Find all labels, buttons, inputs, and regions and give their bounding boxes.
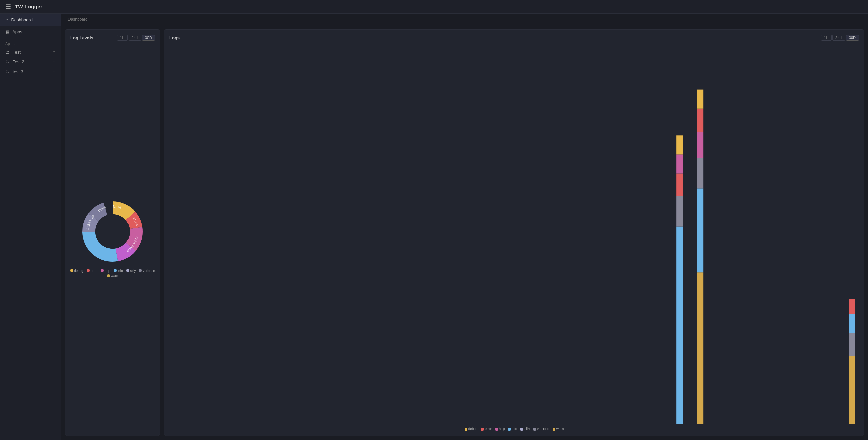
legend-dot-debug <box>70 269 73 272</box>
sidebar-dashboard-label: Dashboard <box>11 17 33 22</box>
legend-debug: debug <box>70 269 83 273</box>
log-levels-1h-btn[interactable]: 1H <box>117 35 128 41</box>
legend-http: http <box>101 269 111 273</box>
legend-dot-verbose <box>139 269 142 272</box>
bar-legend-warn: warn <box>553 427 564 431</box>
logs-title: Logs <box>169 35 180 40</box>
log-levels-30d-btn[interactable]: 30D <box>142 35 155 41</box>
legend-label-http: http <box>105 269 111 273</box>
legend-dot-silly <box>126 269 129 272</box>
legend-label-warn: warn <box>111 274 118 278</box>
svg-rect-53 <box>697 272 703 424</box>
bar-legend-error: error <box>481 427 492 431</box>
folder-icon-test3: 🗂 <box>5 69 10 74</box>
bar-legend-dot-error <box>481 428 484 431</box>
logs-header: Logs 1H 24H 30D <box>169 35 859 41</box>
svg-point-7 <box>95 214 130 249</box>
svg-rect-52 <box>676 135 683 154</box>
svg-rect-57 <box>697 109 703 132</box>
main-content: Dashboard Log Levels 1H 24H 30D <box>61 14 868 440</box>
legend-dot-warn <box>107 274 110 277</box>
logs-30d-btn[interactable]: 30D <box>846 35 859 41</box>
sidebar-section-apps: Apps <box>0 38 61 47</box>
bar-legend-debug: debug <box>465 427 478 431</box>
bar-legend-dot-debug <box>465 428 467 431</box>
logs-1h-btn[interactable]: 1H <box>821 35 832 41</box>
bar-chart-legend: debug error http info <box>169 427 859 431</box>
legend-label-debug: debug <box>74 269 83 273</box>
apps-icon: ▦ <box>5 29 9 34</box>
menu-icon[interactable]: ☰ <box>5 3 11 11</box>
sidebar-item-dashboard[interactable]: ⌂ Dashboard <box>0 14 61 26</box>
sidebar-item-test2[interactable]: 🗂 Test 2 ⌃ <box>0 57 61 67</box>
bar-legend-dot-warn <box>553 428 555 431</box>
legend-info: info <box>114 269 123 273</box>
bar-legend-info: info <box>508 427 517 431</box>
legend-label-verbose: verbose <box>143 269 155 273</box>
legend-error: error <box>87 269 98 273</box>
app-title: TW Logger <box>15 4 42 9</box>
breadcrumb: Dashboard <box>61 14 868 25</box>
bar-legend-dot-info <box>508 428 511 431</box>
logs-24h-btn[interactable]: 24H <box>832 35 845 41</box>
legend-verbose: verbose <box>139 269 155 273</box>
legend-label-info: info <box>118 269 123 273</box>
layout: ⌂ Dashboard ▦ Apps Apps 🗂 Test ⌃ 🗂 Test … <box>0 14 868 440</box>
bar-chart-canvas <box>169 44 859 424</box>
bar-legend-dot-silly <box>520 428 523 431</box>
svg-rect-55 <box>697 158 703 189</box>
svg-rect-61 <box>849 314 855 333</box>
sidebar-apps-label: Apps <box>12 29 22 34</box>
legend-warn: warn <box>107 274 118 278</box>
donut-chart: 13.5% 9.1% 13.5% 11.0% 27.4% 10.5% 10.0% <box>79 198 146 265</box>
svg-rect-60 <box>849 333 855 356</box>
bar-legend-dot-verbose <box>533 428 536 431</box>
bar-legend-verbose: verbose <box>533 427 549 431</box>
svg-rect-54 <box>697 188 703 272</box>
sidebar-item-test[interactable]: 🗂 Test ⌃ <box>0 47 61 57</box>
bar-legend-label-warn: warn <box>556 427 564 431</box>
legend-dot-error <box>87 269 90 272</box>
folder-icon-test: 🗂 <box>5 49 10 55</box>
bar-legend-label-http: http <box>499 427 505 431</box>
sidebar: ⌂ Dashboard ▦ Apps Apps 🗂 Test ⌃ 🗂 Test … <box>0 14 61 440</box>
sidebar-test-label: Test <box>13 49 21 55</box>
donut-wrapper: 13.5% 9.1% 13.5% 11.0% 27.4% 10.5% 10.0% <box>70 44 155 431</box>
sidebar-test2-label: Test 2 <box>13 59 24 64</box>
log-levels-24h-btn[interactable]: 24H <box>129 35 141 41</box>
svg-rect-59 <box>849 356 855 424</box>
legend-label-silly: silly <box>130 269 136 273</box>
bar-legend-http: http <box>495 427 505 431</box>
folder-icon-test2: 🗂 <box>5 59 10 64</box>
legend-dot-http <box>101 269 104 272</box>
log-levels-panel: Log Levels 1H 24H 30D <box>65 29 160 436</box>
log-levels-title: Log Levels <box>70 35 93 40</box>
bar-legend-label-verbose: verbose <box>537 427 549 431</box>
legend-silly: silly <box>126 269 136 273</box>
topbar: ☰ TW Logger <box>0 0 868 14</box>
legend-label-error: error <box>91 269 98 273</box>
log-levels-time-buttons: 1H 24H 30D <box>117 35 155 41</box>
svg-rect-50 <box>676 173 683 196</box>
bar-legend-label-info: info <box>512 427 517 431</box>
bar-legend-label-debug: debug <box>468 427 478 431</box>
svg-rect-48 <box>676 227 683 424</box>
bar-legend-label-silly: silly <box>524 427 530 431</box>
chevron-up-icon-test: ⌃ <box>53 50 55 54</box>
chevron-up-icon-test3: ⌃ <box>53 70 55 74</box>
sidebar-item-test3[interactable]: 🗂 test 3 ⌃ <box>0 67 61 77</box>
log-levels-header: Log Levels 1H 24H 30D <box>70 35 155 41</box>
dashboard-icon: ⌂ <box>5 17 8 22</box>
bar-legend-silly: silly <box>520 427 530 431</box>
svg-rect-58 <box>697 90 703 109</box>
log-levels-legend: debug error http info <box>70 269 155 278</box>
sidebar-item-apps[interactable]: ▦ Apps <box>0 26 61 38</box>
svg-rect-49 <box>676 196 683 227</box>
legend-dot-info <box>114 269 117 272</box>
dashboard-panels: Log Levels 1H 24H 30D <box>61 25 868 440</box>
bar-legend-label-error: error <box>485 427 492 431</box>
svg-rect-62 <box>849 299 855 314</box>
bar-legend-dot-http <box>495 428 498 431</box>
chevron-up-icon-test2: ⌃ <box>53 60 55 64</box>
sidebar-test3-label: test 3 <box>13 69 23 74</box>
